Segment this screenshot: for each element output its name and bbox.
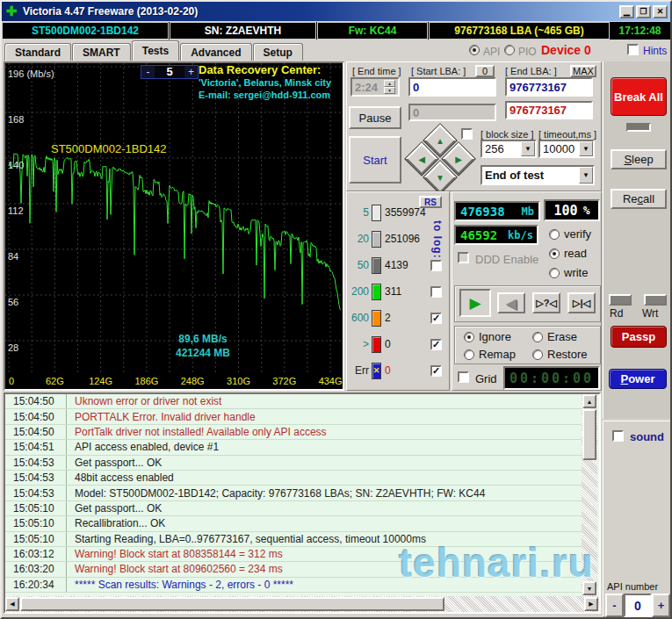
- seek-question-button[interactable]: ▷?◁: [532, 292, 560, 313]
- drive-model: ST500DM002-1BD142: [2, 22, 169, 40]
- end-time-spinner[interactable]: 2:24 ▲ ▼: [350, 77, 400, 97]
- test-controls-panel: [ End time ] 2:24 ▲ ▼ [ Start LBA: ] 0 […: [346, 61, 602, 191]
- start-button[interactable]: Start: [349, 136, 401, 184]
- svg-text:56: 56: [8, 297, 18, 307]
- dropdown-icon[interactable]: ▼: [579, 141, 593, 156]
- end-lba-input[interactable]: 976773167: [505, 77, 593, 97]
- tab-standard[interactable]: Standard: [4, 43, 71, 61]
- svg-text:186G: 186G: [134, 376, 158, 386]
- seek-end-button[interactable]: ▷|◁: [567, 292, 596, 313]
- write-radio[interactable]: [549, 268, 560, 278]
- bin-log-checkbox[interactable]: ✓: [430, 365, 442, 377]
- back-icon: ◀: [506, 295, 517, 312]
- remap-option[interactable]: Remap: [464, 348, 516, 361]
- bin-log-checkbox[interactable]: ✓: [430, 339, 442, 350]
- recall-button[interactable]: Recall: [611, 189, 667, 209]
- hscroll-thumb[interactable]: [20, 597, 444, 611]
- read-option[interactable]: read: [549, 247, 587, 260]
- start-lba-input[interactable]: 0: [408, 77, 496, 97]
- grid-checkbox[interactable]: [458, 371, 469, 383]
- log-message: ***** Scan results: Warnings - 2, errors…: [67, 579, 293, 591]
- write-option[interactable]: write: [549, 266, 588, 279]
- tab-advanced[interactable]: Advanced: [180, 43, 251, 61]
- dropdown-icon[interactable]: ▼: [521, 141, 535, 156]
- sound-checkbox[interactable]: [612, 430, 624, 442]
- log-row: 15:04:53Model: ST500DM002-1BD142; Capaci…: [5, 486, 583, 500]
- verify-radio[interactable]: [549, 229, 560, 240]
- banner-line2: 'Victoria', Belarus, Minsk city: [199, 76, 331, 89]
- spin-up-icon[interactable]: ▲: [384, 80, 395, 87]
- passp-button[interactable]: Passp: [611, 326, 667, 348]
- pio-radio[interactable]: [504, 45, 515, 55]
- play-button[interactable]: ▶: [459, 289, 491, 317]
- end-action-select[interactable]: End of test▼: [481, 165, 595, 185]
- minimize-button[interactable]: ▁: [619, 5, 634, 18]
- restore-option[interactable]: Restore: [532, 348, 588, 361]
- bin-log-checkbox[interactable]: [430, 286, 442, 298]
- maximize-button[interactable]: ❐: [636, 5, 651, 18]
- verify-option[interactable]: verify: [549, 227, 591, 241]
- activity-indicator: [626, 123, 651, 132]
- api-minus-button[interactable]: -: [605, 594, 624, 617]
- back-button[interactable]: ◀: [497, 292, 525, 313]
- bin-color-block: [372, 205, 381, 221]
- defect-action-group: Ignore Erase Remap Restore: [454, 326, 601, 364]
- bin-label: 600: [347, 312, 372, 324]
- max-lba-button[interactable]: MAX: [570, 65, 596, 77]
- api-radio[interactable]: [469, 45, 480, 55]
- close-button[interactable]: ✕: [653, 5, 668, 18]
- bin-count: 311: [381, 285, 401, 298]
- tab-tests[interactable]: Tests: [132, 40, 179, 61]
- window-title: Victoria 4.47 Freeware (2013-02-20): [23, 5, 618, 18]
- end-time-spin-buttons[interactable]: ▲ ▼: [384, 80, 395, 94]
- dropdown-icon[interactable]: ▼: [579, 167, 593, 184]
- api-number-label: API number: [607, 581, 658, 592]
- vscroll-thumb[interactable]: [582, 409, 596, 460]
- log-vscrollbar[interactable]: ▲ ▼: [582, 394, 597, 596]
- sleep-button[interactable]: Sleep: [611, 149, 667, 169]
- block-size-select[interactable]: 256▼: [481, 140, 537, 158]
- log-row: 15:04:51API access enabled, device #1: [5, 440, 583, 455]
- log-row: 15:04:5348bit access enabled: [5, 471, 583, 486]
- ignore-radio[interactable]: [464, 332, 474, 342]
- remap-radio[interactable]: [464, 349, 474, 360]
- erase-option[interactable]: Erase: [532, 330, 577, 343]
- scale-plus-button[interactable]: +: [184, 66, 198, 78]
- scroll-down-icon[interactable]: ▼: [582, 581, 596, 595]
- reset-stats-button[interactable]: RS: [419, 196, 442, 208]
- bin-log-checkbox[interactable]: [430, 260, 442, 271]
- tab-setup[interactable]: Setup: [253, 43, 303, 61]
- log-time: 15:04:50: [5, 425, 67, 439]
- log-message: Uknown error or driver not exist: [67, 395, 221, 407]
- spin-down-icon[interactable]: ▼: [384, 87, 395, 94]
- power-button[interactable]: Power: [609, 369, 667, 389]
- nav-option-checkbox[interactable]: [461, 128, 473, 140]
- erase-radio[interactable]: [532, 332, 543, 342]
- hints-checkbox[interactable]: [627, 44, 639, 55]
- scale-minus-button[interactable]: -: [141, 66, 155, 78]
- scroll-right-icon[interactable]: ▶: [584, 597, 598, 611]
- position-value: 476938: [456, 205, 505, 219]
- zero-lba-button[interactable]: 0: [475, 65, 495, 77]
- log-row: 15:04:50PORTTALK Error. Invalid driver h…: [5, 409, 583, 424]
- scroll-up-icon[interactable]: ▲: [582, 394, 596, 408]
- log-message: Model: ST500DM002-1BD142; Capacity: 9767…: [67, 487, 485, 500]
- log-hscrollbar[interactable]: ◀ ▶: [5, 596, 599, 612]
- latency-bin-row: Err✕0✓: [347, 357, 449, 384]
- svg-text:62G: 62G: [46, 376, 64, 386]
- timeout-select[interactable]: 10000▼: [538, 140, 595, 158]
- tab-smart[interactable]: SMART: [72, 43, 131, 61]
- percent-unit: %: [583, 204, 590, 217]
- restore-radio[interactable]: [532, 349, 543, 360]
- current-end-field: 976773167: [505, 101, 593, 119]
- graph-scale-spinner: - 5 +: [141, 65, 199, 79]
- ddd-enable-checkbox[interactable]: [458, 252, 469, 263]
- ignore-option[interactable]: Ignore: [464, 330, 511, 343]
- scroll-left-icon[interactable]: ◀: [5, 597, 19, 611]
- title-bar[interactable]: ✚ Victoria 4.47 Freeware (2013-02-20) ▁❐…: [2, 2, 670, 21]
- api-plus-button[interactable]: +: [652, 594, 670, 617]
- read-radio[interactable]: [549, 248, 560, 259]
- pause-button[interactable]: Pause: [349, 106, 401, 129]
- bin-log-checkbox[interactable]: ✓: [430, 313, 442, 324]
- break-all-button[interactable]: Break All: [611, 77, 667, 116]
